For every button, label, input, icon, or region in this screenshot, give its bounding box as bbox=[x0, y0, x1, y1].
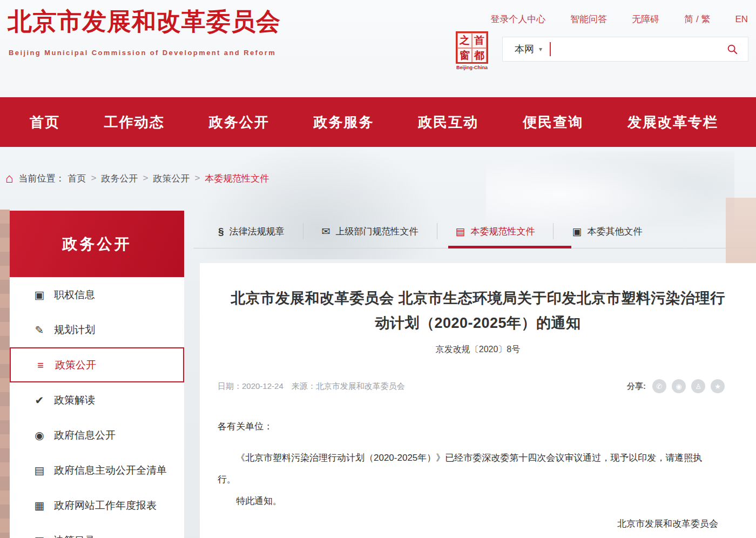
site-logo-subtitle: Beijing Municipal Commission of Developm… bbox=[9, 49, 276, 57]
tab[interactable]: 本委其他文件 bbox=[553, 223, 660, 239]
search-input[interactable] bbox=[551, 38, 717, 60]
compass-icon bbox=[32, 430, 46, 441]
sidebar-item[interactable]: 职权信息 bbox=[10, 277, 184, 312]
active-tab-underline bbox=[448, 246, 571, 248]
catalog-icon bbox=[32, 535, 46, 538]
source-label: 来源： bbox=[284, 381, 316, 391]
sidebar-item-label: 职权信息 bbox=[54, 288, 95, 302]
tab-label: 上级部门规范性文件 bbox=[336, 225, 418, 238]
nav-item[interactable]: 政民互动 bbox=[418, 113, 478, 132]
sidebar-item[interactable]: 政策解读 bbox=[10, 382, 184, 418]
search-button[interactable] bbox=[717, 37, 748, 61]
body-paragraph: 《北京市塑料污染治理行动计划（2020-2025年）》已经市委深改委第十四次会议… bbox=[218, 447, 718, 490]
nav-item[interactable]: 政务服务 bbox=[313, 113, 374, 132]
sidebar-menu: 职权信息 规划计划 政策公开 政策解读 bbox=[10, 277, 184, 538]
utility-link[interactable]: 无障碍 bbox=[632, 13, 659, 25]
search-icon bbox=[726, 43, 738, 55]
share-label: 分享: bbox=[627, 381, 646, 392]
breadcrumb-separator: > bbox=[194, 173, 200, 184]
sidebar-item-label: 政府网站工作年度报表 bbox=[54, 499, 157, 513]
seal-character: 窗 bbox=[457, 48, 472, 63]
article-meta-row: 日期：2020-12-24 来源：北京市发展和改革委员会 分享: bbox=[200, 379, 756, 393]
seal-character: 之 bbox=[457, 33, 472, 48]
background-photo-left-edge bbox=[0, 210, 10, 538]
stamp-icon bbox=[32, 290, 46, 300]
breadcrumb-separator: > bbox=[143, 173, 148, 184]
nav-item[interactable]: 工作动态 bbox=[104, 113, 165, 132]
nav-item[interactable]: 政务公开 bbox=[209, 113, 269, 132]
sidebar-item-label: 决策目录 bbox=[54, 534, 95, 538]
sidebar-item[interactable]: 政府信息公开 bbox=[10, 418, 184, 453]
article-body: 各有关单位： 《北京市塑料污染治理行动计划（2020-2025年）》已经市委深改… bbox=[200, 416, 756, 535]
doc-icon bbox=[456, 226, 465, 237]
search-scope-dropdown[interactable]: 本网 bbox=[503, 43, 542, 56]
content-tabs: 法律法规规章 上级部门规范性文件 本委规范性文件 本委其他文件 bbox=[200, 216, 756, 246]
breadcrumb-segment: 本委规范性文件 bbox=[205, 172, 279, 185]
seal-caption: Beijing-China bbox=[449, 65, 495, 70]
layers-icon bbox=[33, 360, 48, 371]
seal-character: 都 bbox=[472, 48, 487, 63]
sidebar-item-label: 规划计划 bbox=[54, 323, 95, 337]
article-panel: 北京市发展和改革委员会 北京市生态环境局关于印发北京市塑料污染治理行动计划（20… bbox=[200, 263, 756, 538]
breadcrumb-link[interactable]: 政务公开 bbox=[101, 172, 138, 185]
salutation: 各有关单位： bbox=[218, 416, 718, 438]
date-label: 日期： bbox=[218, 381, 242, 391]
utility-link[interactable]: 智能问答 bbox=[570, 13, 607, 25]
publish-date: 2020-12-24 bbox=[242, 381, 284, 391]
sidebar-item[interactable]: 政策公开 bbox=[10, 347, 184, 382]
source-value: 北京市发展和改革委员会 bbox=[316, 381, 405, 391]
tab-label: 本委其他文件 bbox=[587, 225, 642, 238]
edit-icon bbox=[32, 325, 46, 335]
share-button[interactable] bbox=[672, 379, 686, 393]
article-meta: 日期：2020-12-24 来源：北京市发展和改革委员会 bbox=[218, 381, 405, 392]
site-logo-title[interactable]: 北京市发展和改革委员会 bbox=[8, 5, 281, 38]
seal-grid: 之首窗都 bbox=[456, 31, 488, 64]
nav-item[interactable]: 便民查询 bbox=[523, 113, 583, 132]
nav-item[interactable]: 发展改革专栏 bbox=[627, 113, 718, 132]
utility-link[interactable]: 简 / 繁 bbox=[684, 13, 710, 25]
sidebar-item-label: 政府信息公开 bbox=[54, 428, 116, 442]
weibo-icon bbox=[676, 383, 681, 390]
breadcrumb-separator: > bbox=[91, 173, 97, 184]
body-paragraph: 特此通知。 bbox=[218, 490, 718, 512]
share-button[interactable] bbox=[711, 379, 725, 393]
sidebar-item[interactable]: 规划计划 bbox=[10, 312, 184, 347]
breadcrumb-segment: 政策公开 > bbox=[153, 172, 205, 185]
home-icon[interactable] bbox=[5, 172, 14, 185]
tab[interactable]: 本委规范性文件 bbox=[437, 223, 554, 239]
chevron-down-icon bbox=[539, 45, 542, 53]
utility-link[interactable]: 登录个人中心 bbox=[490, 13, 545, 25]
share-icons bbox=[652, 379, 725, 393]
breadcrumb-link[interactable]: 政策公开 bbox=[153, 172, 190, 185]
share-bar: 分享: bbox=[627, 379, 725, 393]
utility-link[interactable]: EN bbox=[735, 14, 748, 25]
article-title: 北京市发展和改革委员会 北京市生态环境局关于印发北京市塑料污染治理行动计划（20… bbox=[225, 286, 731, 335]
qq-icon bbox=[695, 383, 701, 390]
site-header: 北京市发展和改革委员会 Beijing Municipal Commission… bbox=[0, 0, 756, 97]
page: 北京市发展和改革委员会 Beijing Municipal Commission… bbox=[0, 0, 756, 538]
list-icon bbox=[32, 465, 46, 476]
sidebar-item-label: 政府信息主动公开全清单 bbox=[54, 463, 167, 478]
breadcrumb-link[interactable]: 首页 bbox=[68, 172, 86, 185]
sidebar-title: 政务公开 bbox=[10, 211, 184, 277]
sidebar-item[interactable]: 政府信息主动公开全清单 bbox=[10, 453, 184, 488]
primary-nav: 首页工作动态政务公开政务服务政民互动便民查询发展改革专栏 bbox=[0, 97, 756, 147]
document-number: 京发改规〔2020〕8号 bbox=[200, 344, 756, 355]
sidebar-item[interactable]: 决策目录 bbox=[10, 523, 184, 538]
files-icon bbox=[572, 226, 582, 237]
share-button[interactable] bbox=[691, 379, 705, 393]
utility-links: 登录个人中心智能问答无障碍简 / 繁EN bbox=[490, 13, 748, 25]
inbox-doc-icon bbox=[322, 226, 330, 237]
breadcrumb-link[interactable]: 本委规范性文件 bbox=[205, 172, 269, 185]
tab[interactable]: 上级部门规范性文件 bbox=[303, 223, 437, 239]
signature: 北京市发展和改革委员会 bbox=[218, 513, 718, 535]
law-seal-icon bbox=[218, 226, 224, 237]
search-bar: 本网 bbox=[502, 37, 748, 62]
sidebar-item[interactable]: 政府网站工作年度报表 bbox=[10, 488, 184, 523]
tab[interactable]: 法律法规规章 bbox=[200, 223, 303, 239]
tab-label: 本委规范性文件 bbox=[470, 225, 535, 238]
breadcrumb-items: 首页 > 政务公开 > 政策公开 > 本委规范性文件 bbox=[68, 172, 279, 185]
nav-item[interactable]: 首页 bbox=[30, 113, 60, 132]
capital-window-seal-logo[interactable]: 之首窗都 Beijing-China bbox=[449, 31, 495, 70]
share-button[interactable] bbox=[652, 379, 666, 393]
